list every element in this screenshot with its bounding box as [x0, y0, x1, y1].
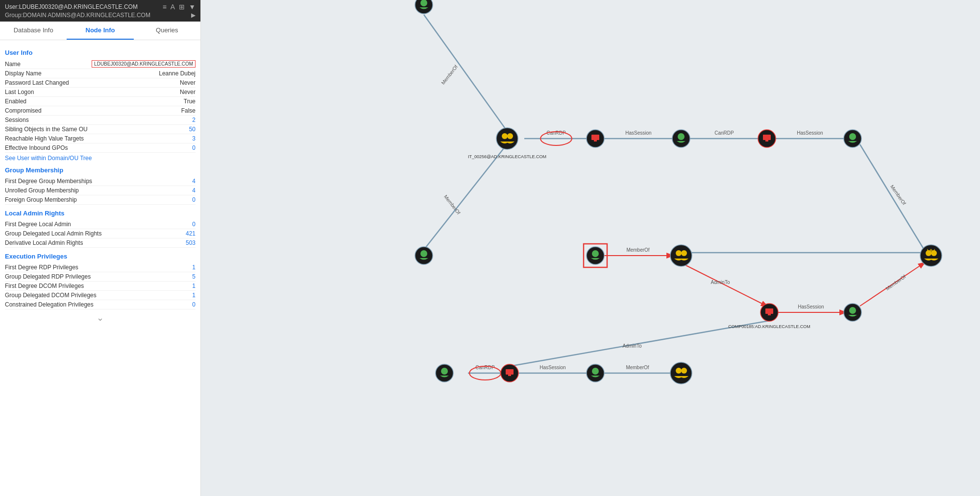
- tabs: Database Info Node Info Queries: [0, 22, 200, 40]
- password-value: Never: [180, 79, 196, 86]
- name-label: Name: [5, 61, 92, 68]
- node-n14[interactable]: [501, 364, 518, 382]
- svg-point-41: [676, 368, 682, 374]
- svg-point-6: [507, 133, 513, 139]
- node-n10[interactable]: [920, 245, 942, 266]
- dcom-first-value[interactable]: 1: [192, 283, 196, 289]
- edge-n1-n2: [424, 15, 507, 131]
- svg-point-22: [670, 245, 692, 266]
- edge-label-memberof-n12-n10: MemberOf: [884, 274, 906, 291]
- node-label-n11: COMP00185:AD.KRINGLECASTLE.COM: [728, 324, 810, 329]
- node-n6[interactable]: [758, 130, 776, 147]
- compromised-row: Compromised False: [5, 106, 196, 116]
- gpo-label: Effective Inbound GPOs: [5, 144, 192, 151]
- gpo-value[interactable]: 0: [192, 144, 196, 151]
- edge-label-adminto-n9-n11: AdminTo: [711, 280, 730, 285]
- name-row: Name LDUBEJ00320@AD.KRINGLECASTLE.COM: [5, 59, 196, 69]
- svg-rect-30: [768, 314, 771, 315]
- derivative-admin-value[interactable]: 503: [186, 239, 196, 246]
- node-n2[interactable]: IT_00256@AD.KRINGLECASTLE.COM: [468, 128, 546, 159]
- svg-point-21: [592, 250, 599, 257]
- sibling-value[interactable]: 50: [189, 126, 196, 133]
- dcom-group-row: Group Delegated DCOM Privileges 1: [5, 291, 196, 300]
- execution-title: Execution Privileges: [5, 253, 196, 260]
- group-membership-title: Group Membership: [5, 166, 196, 174]
- edge-label-canrdp-1: CanRDP: [546, 130, 566, 136]
- edge-label-memberof-bottom: MemberOf: [626, 365, 649, 370]
- group-delegated-admin-row: Group Delegated Local Admin Rights 421: [5, 229, 196, 238]
- tab-database[interactable]: Database Info: [0, 22, 67, 40]
- node-n12[interactable]: [844, 304, 861, 321]
- rdp-group-value[interactable]: 5: [192, 273, 196, 280]
- compromised-value: False: [181, 107, 196, 114]
- header-user-label: User:LDUBEJ00320@AD.KRINGLECASTLE.COM: [5, 3, 138, 10]
- node-n16[interactable]: [670, 362, 692, 384]
- compromised-label: Compromised: [5, 107, 181, 114]
- svg-point-23: [676, 250, 682, 256]
- edge-n3-n2: [424, 146, 506, 250]
- node-n8[interactable]: [584, 244, 607, 267]
- svg-point-18: [849, 133, 856, 140]
- filter-icon[interactable]: ▼: [189, 3, 196, 11]
- header-group-label: Group:DOMAIN ADMINS@AD.KRINGLECASTLE.COM: [5, 12, 150, 19]
- edge-label-hassession-2: HasSession: [797, 130, 823, 136]
- last-logon-row: Last Logon Never: [5, 88, 196, 97]
- last-logon-value: Never: [180, 89, 196, 95]
- unrolled-group-value[interactable]: 4: [192, 187, 196, 194]
- node-n4[interactable]: [587, 130, 604, 147]
- name-value: LDUBEJ00320@AD.KRINGLECASTLE.COM: [92, 60, 196, 68]
- node-n5[interactable]: [672, 130, 690, 147]
- edge-label-hassession-n11-n12: HasSession: [798, 304, 824, 309]
- enabled-label: Enabled: [5, 98, 184, 105]
- dcom-first-label: First Degree DCOM Privileges: [5, 283, 192, 289]
- see-user-link[interactable]: See User within Domain/OU Tree: [5, 155, 196, 162]
- rdp-first-value[interactable]: 1: [192, 264, 196, 271]
- layout-icon[interactable]: ⊞: [179, 3, 185, 11]
- dcom-group-label: Group Delegated DCOM Privileges: [5, 292, 192, 299]
- node-label-n2: IT_00256@AD.KRINGLECASTLE.COM: [468, 154, 546, 159]
- svg-point-13: [678, 133, 685, 140]
- foreign-group-label: Foreign Group Membership: [5, 196, 192, 203]
- svg-rect-11: [594, 140, 597, 142]
- first-degree-admin-row: First Degree Local Admin 0: [5, 220, 196, 229]
- svg-rect-36: [506, 369, 514, 375]
- foreign-group-value[interactable]: 0: [192, 196, 196, 203]
- sessions-value[interactable]: 2: [192, 117, 196, 123]
- unrolled-group-label: Unrolled Group Membership: [5, 187, 192, 194]
- svg-point-42: [681, 368, 687, 374]
- node-n3[interactable]: [415, 247, 433, 264]
- first-degree-group-value[interactable]: 4: [192, 178, 196, 185]
- enabled-value: True: [184, 98, 196, 105]
- node-n7[interactable]: [844, 130, 861, 147]
- display-name-row: Display Name Leanne Dubej: [5, 69, 196, 78]
- anchor-icon[interactable]: A: [171, 3, 175, 11]
- svg-point-32: [849, 307, 856, 314]
- reachable-value[interactable]: 3: [192, 135, 196, 142]
- node-n15[interactable]: [587, 364, 604, 382]
- local-admin-title: Local Admin Rights: [5, 210, 196, 217]
- menu-icon[interactable]: ≡: [163, 3, 167, 11]
- group-delegated-admin-value[interactable]: 421: [186, 230, 196, 237]
- expand-icon[interactable]: ▶: [191, 12, 196, 19]
- first-degree-admin-value[interactable]: 0: [192, 221, 196, 228]
- reachable-row: Reachable High Value Targets 3: [5, 134, 196, 143]
- node-n9[interactable]: [670, 245, 692, 266]
- svg-point-25: [920, 245, 942, 266]
- unrolled-group-row: Unrolled Group Membership 4: [5, 186, 196, 195]
- graph-area[interactable]: MemberOf MemberOf CanRDP HasSession CanR…: [201, 0, 980, 496]
- node-n1[interactable]: [415, 0, 433, 14]
- constrained-label: Constrained Delegation Privileges: [5, 301, 192, 308]
- tab-node[interactable]: Node Info: [67, 22, 133, 40]
- header-bar: User:LDUBEJ00320@AD.KRINGLECASTLE.COM ≡ …: [0, 0, 200, 22]
- left-panel: User:LDUBEJ00320@AD.KRINGLECASTLE.COM ≡ …: [0, 0, 201, 496]
- constrained-value[interactable]: 0: [192, 301, 196, 308]
- first-degree-admin-label: First Degree Local Admin: [5, 221, 192, 228]
- tab-queries[interactable]: Queries: [134, 22, 200, 40]
- dcom-group-value[interactable]: 1: [192, 292, 196, 299]
- edge-label-memberof-n8-n9: MemberOf: [626, 247, 649, 253]
- svg-point-24: [681, 250, 687, 256]
- constrained-row: Constrained Delegation Privileges 0: [5, 300, 196, 309]
- password-row: Password Last Changed Never: [5, 78, 196, 88]
- node-n13[interactable]: [436, 364, 453, 382]
- svg-point-4: [496, 128, 518, 149]
